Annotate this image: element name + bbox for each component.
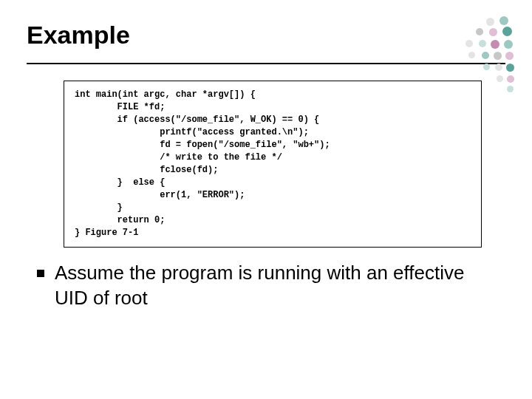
slide-title: Example: [27, 21, 505, 50]
bullet-item: Assume the program is running with an ef…: [37, 261, 495, 310]
bullet-icon: [37, 270, 44, 277]
code-box: int main(int argc, char *argv[]) { FILE …: [64, 81, 482, 248]
code-line: int main(int argc, char *argv[]) {: [75, 89, 256, 100]
code-line: }: [75, 202, 123, 213]
slide: Example int main(int argc, char *argv[])…: [0, 0, 532, 399]
code-line: err(1, "ERROR");: [75, 190, 245, 200]
code-line: FILE *fd;: [75, 102, 165, 112]
code-line: } else {: [75, 177, 165, 188]
title-area: Example: [0, 0, 532, 57]
bullet-text: Assume the program is running with an ef…: [55, 261, 495, 310]
code-line: /* write to the file */: [75, 152, 282, 163]
title-underline: [27, 63, 505, 64]
code-line: } Figure 7-1: [75, 228, 138, 238]
code-line: fclose(fd);: [75, 165, 218, 175]
code-line: if (access("/some_file", W_OK) == 0) {: [75, 115, 319, 125]
code-line: printf("access granted.\n");: [75, 127, 309, 137]
code-line: return 0;: [75, 215, 165, 225]
code-line: fd = fopen("/some_file", "wb+");: [75, 140, 330, 150]
code-block: int main(int argc, char *argv[]) { FILE …: [75, 89, 472, 239]
